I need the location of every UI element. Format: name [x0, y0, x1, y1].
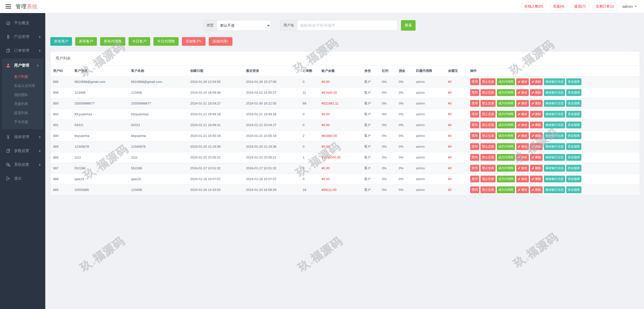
sidebar-item[interactable]: 退出 [0, 172, 45, 185]
row-action-button[interactable]: 删除 [530, 89, 543, 96]
row-action-button[interactable]: 成为代理商 [497, 176, 515, 182]
row-action-button[interactable]: 成为代理商 [497, 89, 515, 96]
row-action-button[interactable]: 删除 [530, 143, 543, 150]
row-action-button[interactable]: 修改银行信息 [544, 78, 565, 85]
row-action-button[interactable]: 修改银行信息 [544, 89, 565, 96]
row-action-button[interactable]: 禁用 [470, 122, 479, 128]
row-action-button[interactable]: 禁止交易 [480, 122, 496, 128]
sidebar-item[interactable]: 参数设置 [0, 144, 45, 158]
row-action-button[interactable]: 资金报表 [566, 89, 581, 96]
row-action-button[interactable]: 禁止交易 [480, 186, 496, 193]
toolbar-button[interactable]: 添加代理+ [209, 37, 232, 46]
sidebar-item[interactable]: 订单管理 [0, 44, 45, 58]
row-action-button[interactable]: 资金报表 [566, 122, 581, 128]
row-action-button[interactable]: 禁用 [470, 111, 479, 118]
row-action-button[interactable]: 修改 [516, 111, 529, 118]
sidebar-item[interactable]: 用户管理 [2, 59, 43, 72]
row-action-button[interactable]: 修改 [516, 165, 529, 172]
toolbar-button[interactable]: 添加客户+ [182, 37, 206, 46]
row-action-button[interactable]: 禁止交易 [480, 132, 496, 139]
row-action-button[interactable]: 禁止交易 [480, 78, 496, 85]
row-action-button[interactable]: 修改银行信息 [544, 186, 565, 193]
row-action-button[interactable]: 禁用 [470, 100, 479, 107]
row-action-button[interactable]: 资金报表 [566, 176, 581, 182]
type-select[interactable]: 默认不选 [217, 20, 271, 31]
row-action-button[interactable]: 资金报表 [566, 143, 581, 150]
header-link[interactable]: 充值(4) [550, 3, 568, 10]
row-action-button[interactable]: 修改 [516, 143, 529, 150]
row-action-button[interactable]: 修改银行信息 [544, 122, 565, 128]
row-action-button[interactable]: 删除 [530, 154, 543, 161]
row-action-button[interactable]: 资金报表 [566, 100, 581, 107]
row-action-button[interactable]: 修改 [516, 89, 529, 96]
row-action-button[interactable]: 禁止交易 [480, 89, 496, 96]
row-action-button[interactable]: 禁用 [470, 186, 479, 193]
row-action-button[interactable]: 成为代理商 [497, 100, 515, 107]
sidebar-item[interactable]: 平台概况 [0, 16, 45, 30]
row-action-button[interactable]: 资金报表 [566, 186, 581, 193]
row-action-button[interactable]: 成为代理商 [497, 111, 515, 118]
row-action-button[interactable]: 修改银行信息 [544, 176, 565, 182]
row-action-button[interactable]: 资金报表 [566, 154, 581, 161]
row-action-button[interactable]: 删除 [530, 78, 543, 85]
sidebar-item[interactable]: 报表管理 [0, 130, 45, 144]
row-action-button[interactable]: 禁止交易 [480, 111, 496, 118]
username-input[interactable] [297, 20, 397, 31]
row-action-button[interactable]: 资金报表 [566, 132, 581, 139]
row-action-button[interactable]: 成为代理商 [497, 165, 515, 172]
row-action-button[interactable]: 资金报表 [566, 165, 581, 172]
row-action-button[interactable]: 禁止交易 [480, 165, 496, 172]
row-action-button[interactable]: 禁止交易 [480, 154, 496, 161]
row-action-button[interactable]: 禁用 [470, 78, 479, 85]
row-action-button[interactable]: 禁止交易 [480, 176, 496, 182]
row-action-button[interactable]: 删除 [530, 132, 543, 139]
row-action-button[interactable]: 删除 [530, 100, 543, 107]
row-action-button[interactable]: 修改银行信息 [544, 111, 565, 118]
row-action-button[interactable]: 修改银行信息 [544, 165, 565, 172]
sidebar-item[interactable]: 系统设置 [0, 158, 45, 172]
row-action-button[interactable]: 修改 [516, 122, 529, 128]
header-link[interactable]: 提现(7) [571, 3, 589, 10]
row-action-button[interactable]: 成为代理商 [497, 122, 515, 128]
row-action-button[interactable]: 修改银行信息 [544, 100, 565, 107]
row-action-button[interactable]: 禁止交易 [480, 100, 496, 107]
row-action-button[interactable]: 修改 [516, 176, 529, 182]
row-action-button[interactable]: 资金报表 [566, 111, 581, 118]
row-action-button[interactable]: 禁用 [470, 176, 479, 182]
row-action-button[interactable]: 修改 [516, 132, 529, 139]
toolbar-button[interactable]: 所有客户 [75, 37, 97, 46]
row-action-button[interactable]: 删除 [530, 176, 543, 182]
row-action-button[interactable]: 删除 [530, 165, 543, 172]
row-action-button[interactable]: 禁用 [470, 143, 479, 150]
sidebar-subitem[interactable]: 手动充值 [2, 118, 43, 127]
toolbar-button[interactable]: 今日代理商 [153, 37, 179, 46]
row-action-button[interactable]: 修改 [516, 186, 529, 193]
row-action-button[interactable]: 禁止交易 [480, 143, 496, 150]
row-action-button[interactable]: 修改 [516, 78, 529, 85]
row-action-button[interactable]: 成为代理商 [497, 186, 515, 193]
row-action-button[interactable]: 禁用 [470, 154, 479, 161]
user-menu[interactable]: admin [621, 4, 638, 9]
sidebar-item[interactable]: 产品管理 [0, 30, 45, 44]
row-action-button[interactable]: 删除 [530, 186, 543, 193]
row-action-button[interactable]: 修改银行信息 [544, 143, 565, 150]
row-action-button[interactable]: 资金报表 [566, 78, 581, 85]
row-action-button[interactable]: 修改 [516, 100, 529, 107]
toolbar-button[interactable]: 所有代理商 [100, 37, 125, 46]
row-action-button[interactable]: 成为代理商 [497, 143, 515, 150]
header-link[interactable]: 在线人数(0) [521, 3, 546, 10]
toolbar-button[interactable]: 今日客户 [129, 37, 150, 46]
row-action-button[interactable]: 禁用 [470, 89, 479, 96]
row-action-button[interactable]: 成为代理商 [497, 154, 515, 161]
row-action-button[interactable]: 删除 [530, 111, 543, 118]
menu-toggle-icon[interactable] [6, 3, 11, 10]
row-action-button[interactable]: 成为代理商 [497, 78, 515, 85]
sidebar-subitem[interactable]: 客户列表 [2, 72, 43, 81]
search-button[interactable]: 搜索 [401, 20, 416, 31]
sidebar-subitem[interactable]: 我的团队 [2, 90, 43, 99]
sidebar-subitem[interactable]: 实名认证列表 [2, 81, 43, 90]
row-action-button[interactable]: 修改 [516, 154, 529, 161]
header-link[interactable]: 交易订单(1) [592, 3, 617, 10]
row-action-button[interactable]: 禁用 [470, 165, 479, 172]
row-action-button[interactable]: 删除 [530, 122, 543, 128]
